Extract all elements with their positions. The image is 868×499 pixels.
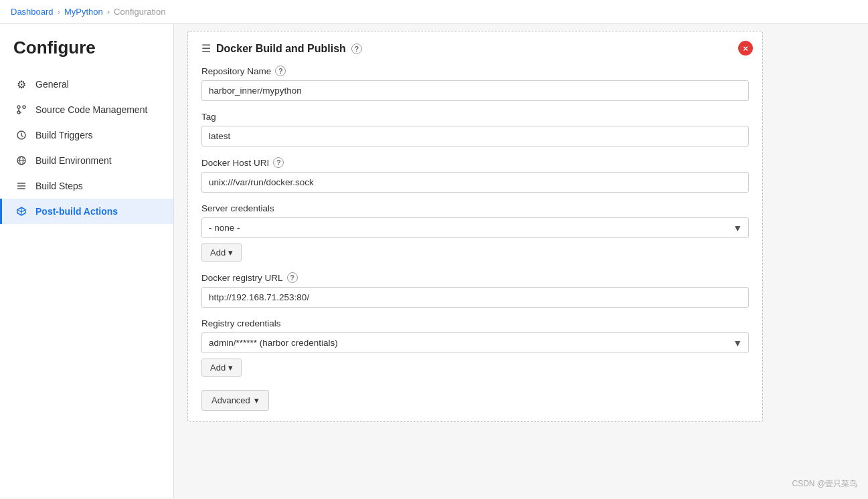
server-credentials-add-button[interactable]: Add ▾ bbox=[201, 243, 242, 262]
docker-host-uri-label: Docker Host URI ? bbox=[201, 157, 749, 168]
sidebar-item-build-triggers[interactable]: Build Triggers bbox=[0, 122, 173, 148]
registry-credentials-group: Registry credentials admin/****** (harbo… bbox=[201, 318, 749, 377]
sidebar-item-label: Post-build Actions bbox=[35, 206, 118, 217]
tag-group: Tag bbox=[201, 112, 749, 146]
plugin-title: Docker Build and Publish bbox=[216, 43, 346, 55]
registry-credentials-add-button[interactable]: Add ▾ bbox=[201, 359, 242, 377]
sidebar-item-label: General bbox=[35, 79, 69, 90]
sidebar-item-build-environment[interactable]: Build Environment bbox=[0, 148, 173, 173]
globe-icon bbox=[15, 155, 27, 167]
server-credentials-select-wrapper: - none - ▼ bbox=[201, 217, 749, 238]
svg-point-1 bbox=[23, 106, 25, 108]
plugin-help-icon[interactable]: ? bbox=[351, 43, 362, 54]
content-area: ☰ Docker Build and Publish ? × Repositor… bbox=[174, 24, 868, 498]
sidebar-item-label: Build Environment bbox=[35, 155, 112, 166]
breadcrumb-dashboard[interactable]: Dashboard bbox=[11, 7, 54, 17]
plugin-header: ☰ Docker Build and Publish ? bbox=[201, 42, 749, 55]
plugin-card: ☰ Docker Build and Publish ? × Repositor… bbox=[187, 31, 763, 422]
registry-credentials-select[interactable]: admin/****** (harbor credentials) bbox=[201, 332, 749, 353]
advanced-button[interactable]: Advanced ▾ bbox=[201, 390, 269, 411]
server-credentials-label: Server credentials bbox=[201, 203, 749, 213]
sidebar-item-source-code[interactable]: Source Code Management bbox=[0, 97, 173, 122]
server-credentials-group: Server credentials - none - ▼ Add ▾ bbox=[201, 203, 749, 262]
sidebar-item-post-build[interactable]: Post-build Actions bbox=[0, 199, 173, 224]
watermark: CSDN @壹只菜鸟 bbox=[792, 478, 857, 490]
docker-registry-url-label: Docker registry URL ? bbox=[201, 272, 749, 283]
tag-input[interactable] bbox=[201, 126, 749, 146]
drag-handle-icon: ☰ bbox=[201, 42, 211, 55]
breadcrumb: Dashboard › MyPython › Configuration bbox=[0, 0, 868, 24]
sidebar-item-label: Build Steps bbox=[35, 181, 83, 191]
sidebar-item-label: Build Triggers bbox=[35, 130, 93, 140]
close-button[interactable]: × bbox=[738, 41, 753, 56]
docker-host-help-icon[interactable]: ? bbox=[273, 157, 284, 168]
registry-url-help-icon[interactable]: ? bbox=[287, 272, 298, 283]
gear-icon: ⚙ bbox=[15, 78, 27, 90]
registry-credentials-label: Registry credentials bbox=[201, 318, 749, 328]
breadcrumb-current: Configuration bbox=[114, 7, 165, 17]
docker-registry-url-group: Docker registry URL ? bbox=[201, 272, 749, 308]
advanced-button-label: Advanced bbox=[211, 395, 250, 405]
svg-point-0 bbox=[17, 106, 20, 108]
sidebar-item-build-steps[interactable]: Build Steps bbox=[0, 173, 173, 199]
repo-help-icon[interactable]: ? bbox=[275, 66, 286, 76]
clock-icon bbox=[15, 129, 27, 141]
sidebar-item-label: Source Code Management bbox=[35, 104, 147, 115]
docker-registry-url-input[interactable] bbox=[201, 287, 749, 308]
repository-name-input[interactable] bbox=[201, 80, 749, 101]
docker-host-uri-group: Docker Host URI ? bbox=[201, 157, 749, 193]
repository-name-label: Repository Name ? bbox=[201, 66, 749, 76]
sidebar-title: Configure bbox=[0, 37, 173, 72]
registry-credentials-select-wrapper: admin/****** (harbor credentials) ▼ bbox=[201, 332, 749, 353]
branch-icon bbox=[15, 104, 27, 116]
sidebar: Configure ⚙ General Source Code Manageme… bbox=[0, 24, 174, 498]
server-credentials-select[interactable]: - none - bbox=[201, 217, 749, 238]
list-icon bbox=[15, 180, 27, 192]
cube-icon bbox=[15, 205, 27, 217]
breadcrumb-mypython[interactable]: MyPython bbox=[64, 7, 103, 17]
tag-label: Tag bbox=[201, 112, 749, 122]
repository-name-group: Repository Name ? bbox=[201, 66, 749, 101]
chevron-down-icon-3: ▾ bbox=[254, 395, 259, 405]
docker-host-uri-input[interactable] bbox=[201, 172, 749, 193]
sidebar-item-general[interactable]: ⚙ General bbox=[0, 72, 173, 97]
